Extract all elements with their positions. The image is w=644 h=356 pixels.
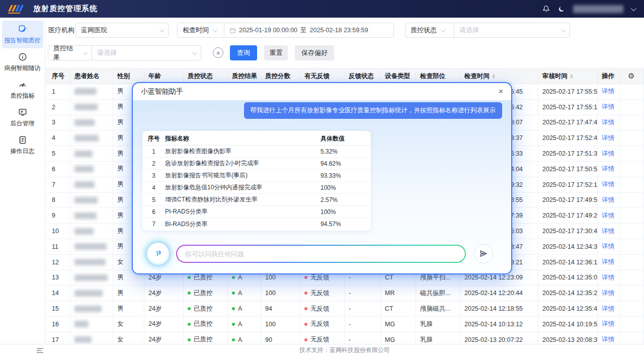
qc-result-type-select[interactable]: 质控结果 bbox=[48, 46, 92, 60]
cell-no: 5 bbox=[45, 146, 70, 162]
ai-avatar-icon[interactable] bbox=[147, 243, 169, 265]
cell-score: 90 bbox=[261, 332, 300, 344]
reset-button[interactable]: 重置 bbox=[264, 45, 288, 60]
detail-link[interactable]: 详情 bbox=[602, 273, 614, 282]
detail-link[interactable]: 详情 bbox=[602, 227, 614, 236]
column-header-name: 患者姓名 bbox=[70, 68, 113, 84]
column-settings-gear-icon[interactable]: ⚙ bbox=[628, 72, 634, 81]
sort-icon[interactable] bbox=[492, 74, 495, 79]
detail-link[interactable]: 详情 bbox=[602, 242, 614, 251]
collapse-sidebar-icon[interactable] bbox=[36, 347, 44, 355]
top-header-bar: 放射质控管理系统 bbox=[0, 0, 644, 18]
cell-action: 详情 bbox=[598, 224, 620, 239]
detail-link[interactable]: 详情 bbox=[602, 180, 614, 189]
dialog-body: 帮我进行上个月所有放射影像专业医疗质量控制指标统计，并按照指标名称进行列表展示 … bbox=[133, 100, 511, 273]
indicator-value: 94.62% bbox=[320, 160, 369, 167]
status-dot bbox=[304, 338, 307, 341]
cell-action: 详情 bbox=[598, 115, 620, 131]
chevron-down-icon[interactable] bbox=[631, 5, 636, 11]
detail-link[interactable]: 详情 bbox=[602, 211, 614, 220]
moon-icon[interactable] bbox=[557, 5, 566, 13]
indicator-no: 1 bbox=[142, 148, 165, 155]
cell-qc_result: A bbox=[228, 286, 261, 301]
indicator-row: 4放射影像危急值10分钟内通报完成率100% bbox=[142, 182, 371, 194]
cell-qc_result: A bbox=[228, 301, 261, 317]
cell-gender: 男 bbox=[113, 301, 144, 317]
detail-link[interactable]: 详情 bbox=[602, 165, 614, 173]
cell-audit_time: 2025-02-17 17:47:4 bbox=[538, 115, 598, 131]
message-input[interactable] bbox=[185, 250, 457, 258]
qc-result-filter-group: 质控结果 请选择 bbox=[48, 45, 201, 60]
detail-link[interactable]: 详情 bbox=[602, 103, 614, 111]
indicator-name: BI-RADS分类率 bbox=[165, 220, 320, 229]
sidebar-item-label: 操作日志 bbox=[11, 147, 35, 156]
bell-icon[interactable] bbox=[542, 5, 550, 13]
org-select[interactable]: 蓝网医院 bbox=[75, 23, 169, 38]
qc-status-value-select[interactable]: 请选择 bbox=[454, 23, 570, 37]
cell-settings bbox=[620, 208, 644, 224]
sidebar-item-operation-log[interactable]: 操作日志 bbox=[2, 131, 43, 159]
sidebar-item-admin[interactable]: 后台管理 bbox=[2, 104, 43, 131]
query-button[interactable]: 查询 bbox=[230, 45, 257, 60]
cell-fb_status: - bbox=[345, 286, 381, 301]
indicator-value: 100% bbox=[320, 184, 369, 191]
sidebar-nav: 报告智能质控 病例智能随访 质控指标 后台管理 操作日志 bbox=[0, 18, 45, 344]
app-window: 放射质控管理系统 报告智能质控 病例智能随访 bbox=[0, 0, 644, 356]
cell-no: 2 bbox=[45, 100, 70, 115]
indicator-name: 急诊放射影像检查报告2小时完成率 bbox=[165, 159, 320, 168]
cell-fb_status: - bbox=[345, 301, 381, 317]
sidebar-item-case-followup[interactable]: 病例智能随访 bbox=[2, 48, 43, 76]
date-range-picker[interactable]: 2025-01-19 00:00:00 至 2025-02-18 23:59:5… bbox=[224, 23, 393, 37]
cell-action: 详情 bbox=[598, 332, 620, 344]
cell-settings bbox=[620, 115, 644, 131]
cell-no: 13 bbox=[45, 270, 70, 286]
status-dot bbox=[232, 276, 235, 279]
detail-link[interactable]: 详情 bbox=[602, 289, 614, 298]
cell-device: MR bbox=[381, 286, 416, 301]
redacted-patient-name bbox=[74, 151, 93, 157]
cell-device: MG bbox=[381, 332, 416, 344]
cell-name bbox=[70, 162, 113, 177]
close-icon[interactable]: × bbox=[499, 88, 503, 96]
sidebar-item-qc-indicators[interactable]: 质控指标 bbox=[2, 76, 43, 104]
sort-icon[interactable] bbox=[570, 74, 573, 79]
status-dot bbox=[304, 292, 307, 295]
detail-link[interactable]: 详情 bbox=[602, 305, 614, 313]
save-preference-button[interactable]: 保存偏好 bbox=[295, 45, 334, 60]
detail-link[interactable]: 详情 bbox=[602, 118, 614, 127]
detail-link[interactable]: 详情 bbox=[602, 150, 614, 158]
detail-link[interactable]: 详情 bbox=[602, 87, 614, 96]
cell-action: 详情 bbox=[598, 130, 620, 146]
cell-settings bbox=[620, 193, 644, 208]
sidebar-item-report-qc[interactable]: 报告智能质控 bbox=[2, 21, 43, 48]
redacted-patient-name bbox=[74, 274, 108, 281]
detail-link[interactable]: 详情 bbox=[602, 335, 614, 344]
cell-action: 详情 bbox=[598, 146, 620, 162]
cell-feedback: 无反馈 bbox=[300, 286, 345, 301]
cell-audit_time: 2025-02-17 17:52:4 bbox=[538, 130, 598, 146]
message-input-wrap bbox=[176, 245, 466, 263]
detail-link[interactable]: 详情 bbox=[602, 196, 614, 204]
cell-name bbox=[70, 239, 113, 255]
indicator-name: 放射影像报告书写规范率(事后) bbox=[165, 171, 320, 180]
system-title: 放射质控管理系统 bbox=[33, 4, 98, 14]
detail-link[interactable]: 详情 bbox=[602, 320, 614, 328]
cell-no: 3 bbox=[45, 115, 70, 131]
column-header-audit_time[interactable]: 审核时间 bbox=[538, 68, 598, 84]
time-type-select[interactable]: 检查时间 bbox=[178, 23, 224, 37]
column-header-settings[interactable]: ⚙ bbox=[620, 68, 644, 84]
qc-result-value-select[interactable]: 请选择 bbox=[92, 46, 201, 60]
cell-part: 颅脑磁共... bbox=[416, 301, 460, 317]
cell-name bbox=[70, 224, 113, 239]
add-filter-button[interactable]: + bbox=[213, 47, 223, 58]
cell-settings bbox=[620, 317, 644, 332]
detail-link[interactable]: 详情 bbox=[602, 258, 614, 266]
indicator-row: 2急诊放射影像检查报告2小时完成率94.62% bbox=[142, 158, 371, 170]
send-button[interactable] bbox=[474, 244, 493, 263]
detail-link[interactable]: 详情 bbox=[602, 134, 614, 143]
user-name-redacted[interactable] bbox=[573, 5, 623, 13]
cell-name bbox=[70, 177, 113, 193]
cell-settings bbox=[620, 162, 644, 177]
qc-status-type-select[interactable]: 质控状态 bbox=[406, 23, 454, 37]
status-dot bbox=[188, 292, 191, 295]
